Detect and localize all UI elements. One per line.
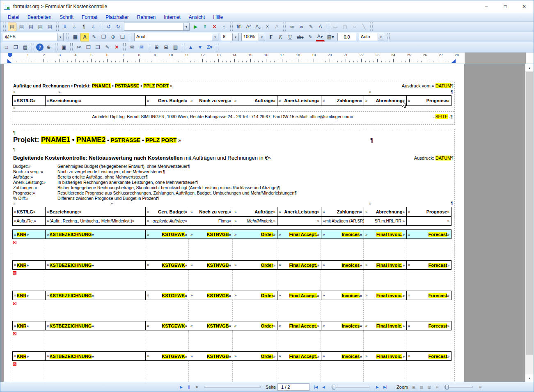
toolbar-grip[interactable]: [55, 43, 57, 51]
insert-table-button[interactable]: ⊞: [152, 43, 161, 52]
run-search-button[interactable]: ▶: [191, 23, 200, 31]
sort-ascending-button[interactable]: ▲: [186, 43, 195, 52]
italic-button[interactable]: K: [276, 33, 285, 41]
toolbar-grip[interactable]: [387, 33, 390, 41]
paste-button[interactable]: ❏: [94, 43, 102, 52]
stop-button[interactable]: ■: [193, 383, 201, 391]
horizontal-ruler[interactable]: 1234567891011121314151617181920212223242…: [0, 53, 534, 64]
subscript-button[interactable]: A₂: [254, 23, 262, 31]
page-slider[interactable]: [331, 386, 370, 388]
scrollbar-thumb[interactable]: [526, 72, 533, 355]
toolbar-grip[interactable]: [283, 23, 286, 31]
zoom-tool-button[interactable]: ⊕: [44, 43, 53, 52]
left-indent-marker[interactable]: [7, 59, 11, 63]
scroll-up-button[interactable]: ▲: [525, 64, 534, 72]
style-link-button[interactable]: ⊕: [109, 33, 117, 41]
cost-table-header[interactable]: »KST/LG»»Bezeichnung:»»Gen. Budget»»Noch…: [12, 207, 451, 226]
zoom-slider-thumb[interactable]: [445, 385, 449, 390]
align-justify-button[interactable]: ▤: [8, 23, 16, 31]
save-button[interactable]: ▣: [60, 43, 68, 52]
search-text-combobox[interactable]: ▾: [124, 23, 190, 31]
toolbar-grip[interactable]: [123, 43, 126, 51]
dropdown-arrow-icon[interactable]: ▾: [232, 33, 238, 41]
align-right-button[interactable]: ▤: [36, 23, 45, 31]
font-family-combobox[interactable]: Arial▾: [134, 33, 218, 41]
draw-rectangle-button[interactable]: ▭: [331, 23, 340, 31]
pause-button[interactable]: ||: [185, 383, 193, 391]
toolbar-grip[interactable]: [230, 23, 233, 31]
paragraph-move-button[interactable]: ⇩: [89, 23, 98, 31]
find-format-button[interactable]: A: [316, 23, 325, 31]
toolbar-grip[interactable]: [148, 43, 150, 51]
align-block-button[interactable]: ▤: [46, 23, 54, 31]
dropdown-arrow-icon[interactable]: ▾: [259, 33, 265, 41]
toolbar-grip[interactable]: [32, 43, 34, 51]
line-width-field[interactable]: 0.0: [337, 33, 356, 41]
dropdown-arrow-icon[interactable]: ▾: [378, 33, 384, 41]
align-left-button[interactable]: ▤: [17, 23, 26, 31]
highlight-marker-button[interactable]: A: [80, 33, 89, 41]
position-slider[interactable]: [204, 386, 261, 388]
toolbar-grip[interactable]: [327, 23, 329, 31]
strikethrough-button[interactable]: abe: [295, 33, 305, 41]
replace-button[interactable]: ✎: [307, 23, 315, 31]
menu-item-datei[interactable]: Datei: [4, 14, 23, 20]
menu-item-internet[interactable]: Internet: [160, 14, 185, 20]
toolbar-grip[interactable]: [56, 23, 59, 31]
home-button[interactable]: ⌂: [220, 23, 228, 31]
minimize-button[interactable]: –: [477, 0, 496, 13]
new-document-button[interactable]: □: [2, 43, 11, 52]
right-indent-marker[interactable]: [451, 59, 456, 63]
toolbar-grip[interactable]: [182, 43, 184, 51]
first-line-indent-marker[interactable]: [8, 53, 12, 57]
close-button[interactable]: ✕: [515, 0, 534, 13]
document-page[interactable]: Aufträge und Rechnungen • Projekt: PNAME…: [4, 64, 464, 382]
line-width-auto-combobox[interactable]: Auto▾: [359, 33, 384, 41]
menu-item-bearbeiten[interactable]: Bearbeiten: [23, 14, 55, 20]
find-button[interactable]: ∞: [288, 23, 296, 31]
pen-button[interactable]: ✎: [306, 33, 315, 41]
delete-button[interactable]: ✕: [112, 43, 121, 52]
columns-button[interactable]: ▥: [171, 43, 180, 52]
superscript-button[interactable]: A²: [244, 23, 253, 31]
menu-item-schrift[interactable]: Schrift: [55, 14, 78, 20]
zoom-combobox[interactable]: 100%▾: [241, 33, 265, 41]
menu-item-ansicht[interactable]: Ansicht: [185, 14, 209, 20]
draw-line-button[interactable]: ╲: [360, 23, 368, 31]
menu-item-platzhalter[interactable]: Platzhalter: [101, 14, 133, 20]
fit-width-button[interactable]: ▤: [417, 383, 425, 391]
dropdown-arrow-icon[interactable]: ▾: [57, 33, 63, 41]
toolbar-grip[interactable]: [129, 33, 131, 41]
play-button[interactable]: ▶: [177, 383, 185, 391]
dropdown-arrow-icon[interactable]: ▾: [183, 23, 189, 30]
font-size-combobox[interactable]: 8▾: [221, 33, 239, 41]
history-forward-button[interactable]: ↻: [114, 23, 122, 31]
scroll-down-button[interactable]: ▼: [525, 374, 534, 382]
first-page-button[interactable]: |◀: [312, 383, 320, 391]
ligature-button[interactable]: ﬁﬁ: [235, 23, 243, 31]
draw-ellipse-button[interactable]: ○: [350, 23, 359, 31]
style-copy-button[interactable]: ❐: [99, 33, 108, 41]
vertical-scrollbar[interactable]: ▲ ▼: [525, 64, 534, 382]
cut-button[interactable]: ✂: [75, 43, 83, 52]
align-center-button[interactable]: ▤: [27, 23, 35, 31]
document-area[interactable]: Aufträge und Rechnungen • Projekt: PNAME…: [0, 64, 534, 382]
cost-table-body[interactable]: »KNR»»KSTBEZEICHNUNG»»KSTGEWK»»KSTNVGB»»…: [12, 229, 454, 382]
toolbar-grip[interactable]: [370, 23, 373, 31]
multiply-button[interactable]: ×: [263, 23, 272, 31]
page-indicator[interactable]: 1 / 2: [277, 383, 309, 391]
search-up-button[interactable]: ⇧: [201, 23, 209, 31]
zoom-in-button[interactable]: ⊕: [476, 383, 484, 391]
page-header-frame[interactable]: Aufträge und Rechnungen • Projekt: PNAME…: [12, 82, 455, 125]
paragraph-style-combobox[interactable]: @ES▾: [3, 33, 64, 41]
toolbar-grip[interactable]: [70, 43, 73, 51]
title-bar[interactable]: formular.org > Formular für Kostenkontro…: [0, 0, 534, 13]
paragraph-prev-button[interactable]: ⇩: [61, 23, 69, 31]
font-color-button[interactable]: A▾: [316, 33, 325, 41]
paragraph-next-button[interactable]: ⇩: [70, 23, 79, 31]
page-slider-thumb[interactable]: [332, 385, 335, 390]
maximize-button[interactable]: □: [496, 0, 515, 13]
table-frame-button[interactable]: ▦: [71, 33, 80, 41]
cancel-search-button[interactable]: ✕: [210, 23, 219, 31]
header-table[interactable]: »KST/LG»»Bezeichnung:»»Gen. Budget»»Noch…: [12, 95, 451, 106]
